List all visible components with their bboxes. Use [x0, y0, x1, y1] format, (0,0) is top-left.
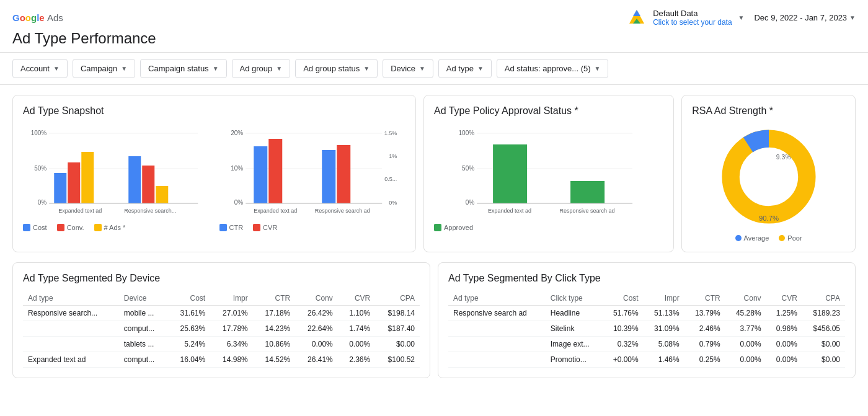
filter-ad-status-label: Ad status: approve... (5)	[505, 64, 591, 73]
donut-legend: Average Poor	[735, 234, 802, 242]
filter-campaign-status[interactable]: Campaign status ▼	[140, 59, 226, 78]
filter-campaign-arrow: ▼	[121, 65, 127, 72]
legend-approved: Approved	[434, 224, 473, 231]
cell-device: comput...	[119, 352, 168, 368]
svg-rect-30	[322, 150, 335, 203]
filter-ad-group-status[interactable]: Ad group status ▼	[295, 59, 378, 78]
filter-ad-group-status-arrow: ▼	[363, 65, 370, 72]
col-device: Device	[119, 291, 168, 306]
cell-cvr: 1.10%	[338, 306, 375, 321]
cell-impr: 6.34%	[210, 337, 253, 352]
cell-cpa: $456.05	[802, 321, 845, 337]
svg-text:1.5%: 1.5%	[384, 130, 397, 136]
cell-cost: 31.61%	[168, 306, 211, 321]
cell-device: comput...	[119, 321, 168, 337]
policy-chart: 100% 50% 0% Expanded text ad Responsive …	[434, 124, 663, 217]
cell-cvr: 0.00%	[766, 337, 802, 352]
filter-ad-group-status-label: Ad group status	[303, 64, 360, 73]
cell-cpa: $187.40	[375, 321, 420, 337]
table-row: Responsive search... mobile ... 31.61% 2…	[23, 306, 420, 321]
policy-title: Ad Type Policy Approval Status *	[434, 105, 663, 117]
cell-cpa: $100.52	[375, 352, 420, 368]
table-row: tablets ... 5.24% 6.34% 10.86% 0.00% 0.0…	[23, 337, 420, 352]
legend-conv: Conv.	[57, 224, 84, 231]
svg-text:0%: 0%	[234, 199, 243, 206]
filter-device[interactable]: Device ▼	[383, 59, 433, 78]
data-source-selector[interactable]: Default Data Click to select your data ▼	[627, 7, 744, 27]
cell-cvr: 1.25%	[766, 306, 802, 321]
col-impr: Impr	[210, 291, 253, 306]
table-row: Sitelink 10.39% 31.09% 2.46% 3.77% 0.96%…	[448, 321, 845, 337]
svg-text:100%: 100%	[459, 130, 475, 136]
cell-ctr: 14.23%	[253, 321, 296, 337]
svg-text:10%: 10%	[231, 165, 243, 172]
cell-conv: 3.77%	[725, 321, 766, 337]
svg-rect-31	[337, 145, 350, 203]
svg-text:0.5...: 0.5...	[384, 176, 397, 182]
svg-marker-1	[633, 10, 640, 16]
legend-poor-label: Poor	[787, 234, 802, 242]
click-table-title: Ad Type Segmented By Click Type	[448, 273, 845, 284]
cell-conv: 26.42%	[295, 306, 338, 321]
col-ctr: CTR	[253, 291, 296, 306]
cell-device: mobile ...	[119, 306, 168, 321]
cell-click-type: Sitelink	[546, 321, 603, 337]
bar-chart-2: 20% 10% 0% 1.5% 1% 0.5... 0%	[219, 124, 406, 217]
svg-rect-41	[493, 144, 527, 203]
legend-conv-dot	[57, 224, 64, 231]
main-content: Ad Type Snapshot 100% 50% 0%	[0, 85, 868, 388]
filter-ad-status[interactable]: Ad status: approve... (5) ▼	[497, 59, 609, 78]
cell-ad-type	[23, 321, 119, 337]
data-source-dropdown-arrow[interactable]: ▼	[738, 14, 745, 21]
svg-rect-11	[81, 152, 94, 203]
header-right: Default Data Click to select your data ▼…	[627, 7, 856, 27]
svg-rect-10	[68, 162, 80, 203]
svg-text:90.7%: 90.7%	[759, 215, 779, 222]
filter-ad-group[interactable]: Ad group ▼	[232, 59, 291, 78]
device-table: Ad type Device Cost Impr CTR Conv CVR CP…	[23, 291, 420, 368]
snapshot-card: Ad Type Snapshot 100% 50% 0%	[12, 95, 416, 252]
filter-account[interactable]: Account ▼	[12, 59, 68, 78]
svg-text:20%: 20%	[231, 130, 243, 136]
cell-ctr: 0.79%	[684, 337, 725, 352]
device-table-card: Ad Type Segmented By Device Ad type Devi…	[12, 262, 430, 378]
filter-device-arrow: ▼	[419, 65, 425, 72]
svg-text:0%: 0%	[389, 200, 397, 206]
cell-cpa: $198.14	[375, 306, 420, 321]
legend-approved-dot	[434, 224, 441, 231]
table-row: Image ext... 0.32% 5.08% 0.79% 0.00% 0.0…	[448, 337, 845, 352]
data-source-action[interactable]: Click to select your data	[653, 18, 732, 27]
col-conv-2: Conv	[725, 291, 766, 306]
snapshot-chart-2: 20% 10% 0% 1.5% 1% 0.5... 0%	[219, 124, 406, 231]
cell-impr: 17.78%	[210, 321, 253, 337]
cell-cost: 0.32%	[602, 337, 643, 352]
page-title: Ad Type Performance	[12, 30, 856, 47]
rsa-card: RSA Ad Strength * 9.3% 90.7%	[681, 95, 856, 252]
col-ctr-2: CTR	[684, 291, 725, 306]
filter-ad-type[interactable]: Ad type ▼	[438, 59, 492, 78]
cell-ctr: 2.46%	[684, 321, 725, 337]
date-range-selector[interactable]: Dec 9, 2022 - Jan 7, 2023 ▼	[754, 13, 856, 22]
cell-ctr: 0.25%	[684, 352, 725, 368]
filter-campaign-status-label: Campaign status	[148, 64, 209, 73]
table-row: Expanded text ad comput... 16.04% 14.98%…	[23, 352, 420, 368]
cell-click-type: Promotio...	[546, 352, 603, 368]
cell-cvr: 1.74%	[338, 321, 375, 337]
cell-cost: 5.24%	[168, 337, 211, 352]
cell-conv: 26.41%	[295, 352, 338, 368]
filter-campaign[interactable]: Campaign ▼	[73, 59, 135, 78]
cell-cvr: 0.00%	[338, 337, 375, 352]
bar-chart-1: 100% 50% 0%	[23, 124, 210, 217]
table-row: Promotio... +0.00% 1.46% 0.25% 0.00% 0.0…	[448, 352, 845, 368]
legend-cost-label: Cost	[33, 224, 47, 231]
cell-ad-type	[448, 321, 546, 337]
filter-device-label: Device	[391, 64, 415, 73]
filter-ad-status-arrow: ▼	[595, 65, 601, 72]
col-ad-type-2: Ad type	[448, 291, 546, 306]
cell-conv: 45.28%	[725, 306, 766, 321]
legend-average-dot	[735, 235, 742, 241]
legend-ads-label: # Ads *	[104, 224, 126, 231]
svg-rect-29	[268, 139, 282, 203]
cell-impr: 14.98%	[210, 352, 253, 368]
col-cost-2: Cost	[602, 291, 643, 306]
